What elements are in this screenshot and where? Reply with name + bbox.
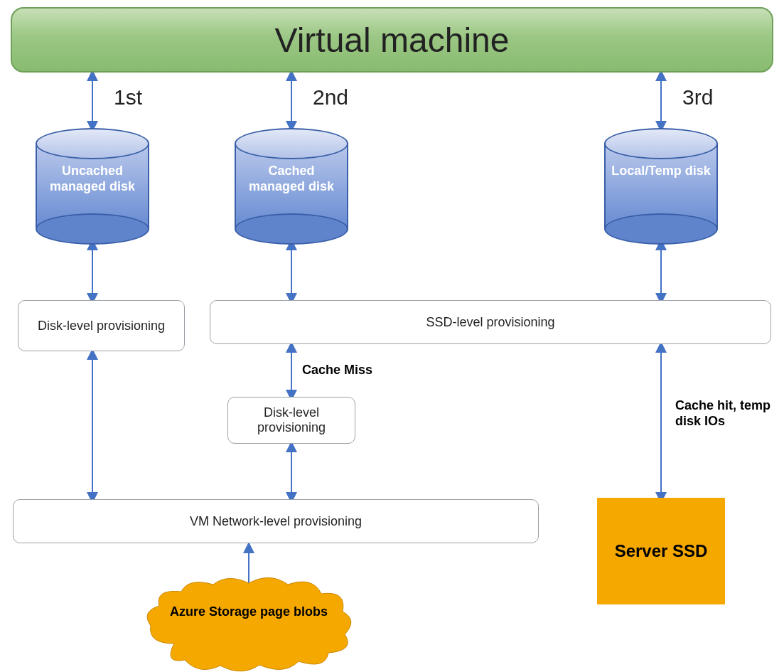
cylinder-bottom-icon xyxy=(235,213,348,245)
cloud-label: Azure Storage page blobs xyxy=(142,604,355,619)
cylinder-temp-label: Local/Temp disk xyxy=(604,164,718,179)
box-vm-network-provisioning: VM Network-level provisioning xyxy=(13,499,539,543)
cylinder-bottom-icon xyxy=(36,213,149,245)
order-label-1st: 1st xyxy=(114,85,142,110)
box-server-ssd: Server SSD xyxy=(597,498,725,604)
cylinder-cached-label: Cached managed disk xyxy=(235,164,348,194)
cylinder-top-icon xyxy=(604,128,718,159)
cylinder-bottom-icon xyxy=(604,213,718,245)
server-ssd-label: Server SSD xyxy=(615,541,708,562)
cylinder-cached-disk: Cached managed disk xyxy=(235,128,348,242)
cylinder-top-icon xyxy=(36,128,149,159)
virtual-machine-box: Virtual machine xyxy=(11,7,773,73)
cylinder-uncached-disk: Uncached managed disk xyxy=(36,128,149,242)
order-label-2nd: 2nd xyxy=(313,85,348,110)
label-cache-hit: Cache hit, temp disk IOs xyxy=(675,398,775,429)
box-vm-network-label: VM Network-level provisioning xyxy=(190,514,362,529)
virtual-machine-title: Virtual machine xyxy=(275,21,510,60)
cloud-azure-storage: Azure Storage page blobs xyxy=(142,576,355,672)
cloud-icon xyxy=(142,576,355,672)
cylinder-uncached-label: Uncached managed disk xyxy=(36,164,149,194)
box-disk-level-provisioning-1: Disk-level provisioning xyxy=(18,300,185,351)
box-disk-level-1-label: Disk-level provisioning xyxy=(38,319,165,334)
cylinder-local-temp-disk: Local/Temp disk xyxy=(604,128,718,242)
box-ssd-level-provisioning: SSD-level provisioning xyxy=(210,300,771,344)
label-cache-miss: Cache Miss xyxy=(302,363,372,378)
box-disk-level-2-label: Disk-level provisioning xyxy=(235,405,348,435)
box-disk-level-provisioning-2: Disk-level provisioning xyxy=(227,397,355,444)
box-ssd-level-label: SSD-level provisioning xyxy=(426,315,554,330)
order-label-3rd: 3rd xyxy=(682,85,713,110)
diagram-root: Virtual machine 1st 2nd 3rd Uncached man… xyxy=(0,0,784,672)
cylinder-top-icon xyxy=(235,128,348,159)
